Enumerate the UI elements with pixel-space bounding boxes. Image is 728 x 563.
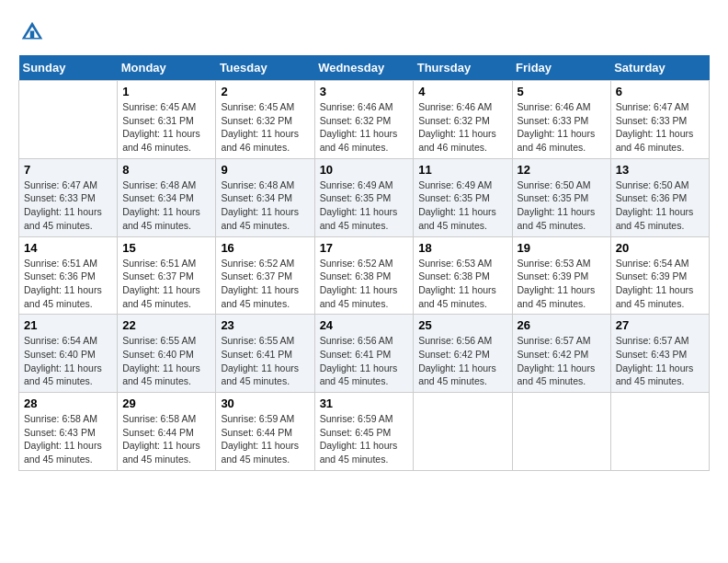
- sunrise-time: Sunrise: 6:54 AM: [616, 258, 689, 269]
- calendar-cell: 13 Sunrise: 6:50 AM Sunset: 6:36 PM Dayl…: [610, 158, 709, 236]
- sunset-time: Sunset: 6:34 PM: [221, 192, 292, 203]
- day-info: Sunrise: 6:56 AM Sunset: 6:42 PM Dayligh…: [418, 334, 506, 388]
- column-header-wednesday: Wednesday: [314, 55, 414, 81]
- daylight-hours: Daylight: 11 hours and 45 minutes.: [320, 206, 398, 231]
- daylight-hours: Daylight: 11 hours and 45 minutes.: [221, 362, 299, 387]
- sunrise-time: Sunrise: 6:52 AM: [320, 258, 393, 269]
- calendar-cell: 16 Sunrise: 6:52 AM Sunset: 6:37 PM Dayl…: [216, 236, 314, 315]
- day-info: Sunrise: 6:51 AM Sunset: 6:36 PM Dayligh…: [24, 257, 112, 311]
- calendar-cell: 19 Sunrise: 6:53 AM Sunset: 6:39 PM Dayl…: [512, 236, 610, 315]
- calendar-cell: 18 Sunrise: 6:53 AM Sunset: 6:38 PM Dayl…: [414, 236, 512, 315]
- sunrise-time: Sunrise: 6:56 AM: [320, 335, 393, 346]
- calendar-cell: 21 Sunrise: 6:54 AM Sunset: 6:40 PM Dayl…: [19, 315, 118, 393]
- sunrise-time: Sunrise: 6:49 AM: [418, 179, 492, 190]
- sunset-time: Sunset: 6:39 PM: [518, 270, 589, 282]
- calendar-cell: 8 Sunrise: 6:48 AM Sunset: 6:34 PM Dayli…: [118, 158, 216, 236]
- sunset-time: Sunset: 6:34 PM: [122, 192, 194, 203]
- daylight-hours: Daylight: 11 hours and 46 minutes.: [221, 128, 299, 153]
- calendar-cell: 22 Sunrise: 6:55 AM Sunset: 6:40 PM Dayl…: [118, 315, 216, 393]
- sunset-time: Sunset: 6:41 PM: [320, 349, 392, 360]
- calendar-cell: [414, 393, 512, 471]
- sunrise-time: Sunrise: 6:50 AM: [518, 179, 591, 190]
- daylight-hours: Daylight: 11 hours and 45 minutes.: [24, 284, 102, 309]
- day-number: 13: [616, 163, 704, 177]
- calendar-table: SundayMondayTuesdayWednesdayThursdayFrid…: [18, 55, 710, 471]
- calendar-week-row: 14 Sunrise: 6:51 AM Sunset: 6:36 PM Dayl…: [19, 236, 710, 315]
- sunrise-time: Sunrise: 6:47 AM: [616, 101, 689, 112]
- svg-rect-2: [30, 31, 35, 39]
- sunset-time: Sunset: 6:33 PM: [616, 115, 688, 126]
- sunset-time: Sunset: 6:36 PM: [24, 270, 96, 282]
- calendar-cell: 17 Sunrise: 6:52 AM Sunset: 6:38 PM Dayl…: [314, 236, 414, 315]
- daylight-hours: Daylight: 11 hours and 45 minutes.: [221, 206, 299, 231]
- sunrise-time: Sunrise: 6:51 AM: [24, 258, 97, 269]
- day-info: Sunrise: 6:53 AM Sunset: 6:38 PM Dayligh…: [418, 257, 506, 311]
- day-info: Sunrise: 6:50 AM Sunset: 6:35 PM Dayligh…: [518, 178, 606, 233]
- sunrise-time: Sunrise: 6:59 AM: [221, 413, 294, 424]
- day-info: Sunrise: 6:53 AM Sunset: 6:39 PM Dayligh…: [518, 257, 606, 311]
- calendar-cell: 6 Sunrise: 6:47 AM Sunset: 6:33 PM Dayli…: [610, 81, 709, 159]
- daylight-hours: Daylight: 11 hours and 45 minutes.: [616, 206, 694, 231]
- sunset-time: Sunset: 6:32 PM: [221, 115, 292, 126]
- calendar-cell: 30 Sunrise: 6:59 AM Sunset: 6:44 PM Dayl…: [216, 393, 314, 471]
- daylight-hours: Daylight: 11 hours and 46 minutes.: [616, 128, 694, 153]
- day-number: 9: [221, 163, 309, 177]
- day-number: 22: [122, 318, 210, 332]
- daylight-hours: Daylight: 11 hours and 45 minutes.: [221, 440, 299, 465]
- calendar-week-row: 21 Sunrise: 6:54 AM Sunset: 6:40 PM Dayl…: [19, 315, 710, 393]
- day-info: Sunrise: 6:59 AM Sunset: 6:45 PM Dayligh…: [320, 412, 409, 466]
- sunrise-time: Sunrise: 6:46 AM: [418, 101, 492, 112]
- daylight-hours: Daylight: 11 hours and 45 minutes.: [122, 284, 200, 309]
- sunset-time: Sunset: 6:42 PM: [418, 349, 490, 360]
- sunset-time: Sunset: 6:35 PM: [320, 192, 392, 203]
- calendar-cell: 15 Sunrise: 6:51 AM Sunset: 6:37 PM Dayl…: [118, 236, 216, 315]
- daylight-hours: Daylight: 11 hours and 46 minutes.: [320, 128, 398, 153]
- day-info: Sunrise: 6:56 AM Sunset: 6:41 PM Dayligh…: [320, 334, 409, 388]
- daylight-hours: Daylight: 11 hours and 45 minutes.: [518, 206, 596, 231]
- day-number: 21: [24, 318, 112, 332]
- day-number: 11: [418, 163, 506, 177]
- column-header-tuesday: Tuesday: [216, 55, 314, 81]
- daylight-hours: Daylight: 11 hours and 45 minutes.: [320, 440, 398, 465]
- calendar-cell: 10 Sunrise: 6:49 AM Sunset: 6:35 PM Dayl…: [314, 158, 414, 236]
- calendar-cell: 23 Sunrise: 6:55 AM Sunset: 6:41 PM Dayl…: [216, 315, 314, 393]
- daylight-hours: Daylight: 11 hours and 45 minutes.: [418, 362, 496, 387]
- calendar-week-row: 7 Sunrise: 6:47 AM Sunset: 6:33 PM Dayli…: [19, 158, 710, 236]
- day-info: Sunrise: 6:52 AM Sunset: 6:37 PM Dayligh…: [221, 257, 309, 311]
- day-info: Sunrise: 6:48 AM Sunset: 6:34 PM Dayligh…: [122, 178, 210, 233]
- calendar-cell: 24 Sunrise: 6:56 AM Sunset: 6:41 PM Dayl…: [314, 315, 414, 393]
- sunset-time: Sunset: 6:41 PM: [221, 349, 292, 360]
- sunrise-time: Sunrise: 6:57 AM: [616, 335, 689, 346]
- daylight-hours: Daylight: 11 hours and 45 minutes.: [616, 284, 694, 309]
- daylight-hours: Daylight: 11 hours and 46 minutes.: [122, 128, 200, 153]
- sunset-time: Sunset: 6:38 PM: [320, 270, 392, 282]
- sunset-time: Sunset: 6:39 PM: [616, 270, 688, 282]
- calendar-cell: 29 Sunrise: 6:58 AM Sunset: 6:44 PM Dayl…: [118, 393, 216, 471]
- daylight-hours: Daylight: 11 hours and 45 minutes.: [24, 206, 102, 231]
- calendar-cell: 31 Sunrise: 6:59 AM Sunset: 6:45 PM Dayl…: [314, 393, 414, 471]
- logo-icon: [18, 18, 46, 46]
- day-info: Sunrise: 6:46 AM Sunset: 6:32 PM Dayligh…: [418, 100, 506, 155]
- sunset-time: Sunset: 6:40 PM: [24, 349, 96, 360]
- day-number: 28: [24, 396, 112, 410]
- calendar-cell: 5 Sunrise: 6:46 AM Sunset: 6:33 PM Dayli…: [512, 81, 610, 159]
- day-number: 29: [122, 396, 210, 410]
- sunset-time: Sunset: 6:36 PM: [616, 192, 688, 203]
- day-info: Sunrise: 6:45 AM Sunset: 6:32 PM Dayligh…: [221, 100, 309, 155]
- column-header-thursday: Thursday: [414, 55, 512, 81]
- sunset-time: Sunset: 6:44 PM: [221, 427, 292, 438]
- day-info: Sunrise: 6:55 AM Sunset: 6:41 PM Dayligh…: [221, 334, 309, 388]
- sunrise-time: Sunrise: 6:55 AM: [221, 335, 294, 346]
- logo: [18, 18, 50, 46]
- day-info: Sunrise: 6:47 AM Sunset: 6:33 PM Dayligh…: [616, 100, 704, 155]
- sunset-time: Sunset: 6:40 PM: [122, 349, 194, 360]
- day-number: 23: [221, 318, 309, 332]
- sunrise-time: Sunrise: 6:48 AM: [221, 179, 294, 190]
- sunset-time: Sunset: 6:38 PM: [418, 270, 490, 282]
- sunrise-time: Sunrise: 6:49 AM: [320, 179, 393, 190]
- day-number: 25: [418, 318, 506, 332]
- day-number: 1: [122, 85, 210, 98]
- sunset-time: Sunset: 6:35 PM: [418, 192, 490, 203]
- day-number: 12: [518, 163, 606, 177]
- day-number: 26: [518, 318, 606, 332]
